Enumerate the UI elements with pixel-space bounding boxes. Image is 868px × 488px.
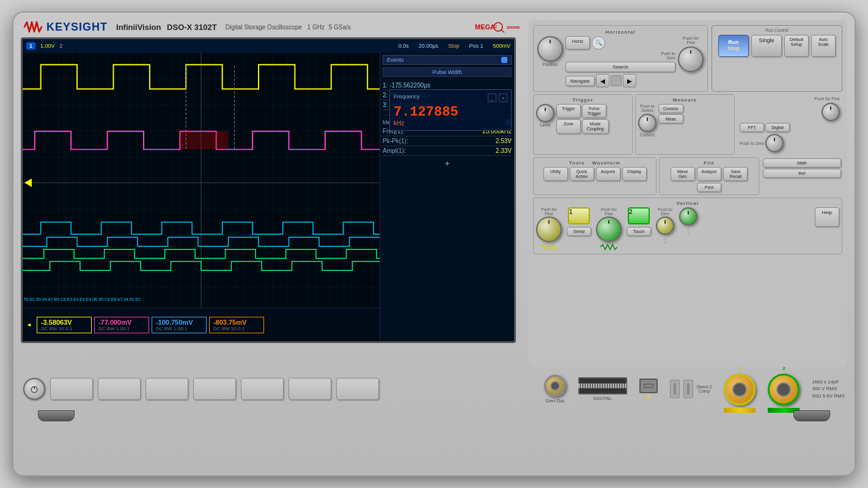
softkey-3[interactable] (145, 378, 188, 400)
ch1-info: DC BW 10.0:1 (41, 326, 87, 331)
save-recall-btn[interactable]: SaveRecall (723, 167, 748, 181)
pulse-width-btn[interactable]: Pulse Width (383, 67, 512, 77)
zoom-magnifier-icon[interactable]: 🔍 (592, 36, 605, 50)
ch4-measurement-box: -803.75mV DC BW 10.0:1 (209, 317, 264, 333)
wave-gen-btn[interactable]: WaveGen (671, 167, 695, 181)
ch3-voltage: -100.750mV (156, 319, 202, 326)
power-button[interactable] (23, 378, 45, 400)
fft-btn[interactable]: FFT (740, 123, 764, 132)
ch2-bnc-connector[interactable] (768, 374, 800, 405)
ch1-connector-group: 1 (724, 366, 756, 413)
zone-btn[interactable]: Zone (556, 119, 581, 133)
touch-btn[interactable]: Touch (627, 227, 651, 236)
trigger-level: 500mV (493, 43, 510, 49)
default-setup-btn[interactable]: DefaultSetup (784, 35, 809, 57)
horizontal-scale-knob[interactable] (678, 46, 704, 72)
math-btn[interactable]: Math (763, 158, 841, 168)
push-for-fine-v2: Push forFine (601, 207, 617, 216)
run-control-section: Run Control Run Stop Single DefaultSetup… (712, 25, 842, 92)
nav-left-btn[interactable]: ◀ (596, 74, 609, 87)
popup-min-btn[interactable]: _ (488, 94, 496, 102)
zoom-label: zoom (507, 24, 520, 30)
rubber-foot-right (793, 410, 830, 421)
time-div: 20.00µs (419, 43, 438, 49)
frequency-popup: Frequency _ × 7.127885 kHz (389, 89, 512, 131)
ch2-connector-group: 2 (768, 366, 800, 413)
digital-port (578, 377, 627, 394)
ch1-vertical-knob[interactable] (536, 216, 562, 242)
vertical-label: Vertical (536, 201, 839, 206)
freq-unit: kHz (394, 120, 507, 127)
svg-text:MEGA: MEGA (475, 23, 495, 31)
ch2-info: DC BW 1.00:1 (98, 326, 145, 331)
freq-popup-label: Frequency (394, 94, 420, 102)
channel-1-button[interactable]: 1 (568, 207, 590, 224)
trigger-btn[interactable]: Trigger (556, 104, 581, 118)
right-extra-btns: Math Ref (762, 157, 842, 195)
gen-out-bnc[interactable] (544, 375, 566, 397)
horiz-btn[interactable]: Horiz (565, 36, 590, 50)
digital-connector-group: DIGITAL (578, 377, 627, 401)
time-pos: 0.0s (399, 43, 409, 49)
ampl-meas-row: Ampl(1): 2.33V (383, 146, 512, 156)
add-measurement-btn[interactable]: + (383, 158, 512, 168)
softkey-7[interactable] (336, 378, 379, 400)
right-control-panel: Horizontal Position Horiz 🔍 (528, 20, 847, 368)
ch4-voltage: -803.75mV (213, 319, 260, 326)
horizontal-position-knob[interactable] (537, 36, 563, 62)
utility-btn[interactable]: Utility (543, 167, 568, 181)
mode-coupling-btn[interactable]: ModeCoupling (582, 119, 609, 133)
ch2-voltage: -77.000mV (98, 319, 145, 326)
softkey-6[interactable] (289, 378, 331, 400)
screen-statusbar: 1 1.00V 2 0.0s 20.00µs Stop Pos 1 500mV (23, 39, 514, 53)
cursors-knob[interactable] (638, 114, 657, 132)
tools-section: Tools Waveform Utility QuickAction Acqui… (533, 157, 657, 195)
brand-name-text: KEYSIGHT (46, 21, 108, 34)
svg-rect-21 (645, 385, 652, 387)
svg-line-2 (501, 30, 504, 32)
probe-comp-label: Demo 2Comp (697, 385, 712, 393)
waveform-label-text: Waveform (592, 160, 620, 166)
file-label: File (662, 160, 756, 166)
logo-wave-icon (23, 20, 43, 34)
display-btn[interactable]: Display (622, 167, 647, 181)
trigger-level-knob[interactable] (536, 104, 554, 122)
analyze-btn[interactable]: Analyze (697, 167, 722, 181)
quick-action-btn[interactable]: QuickAction (570, 167, 594, 181)
softkey-2[interactable] (98, 378, 141, 400)
cursors-btn[interactable]: Cursors (658, 104, 683, 113)
channel-2-button[interactable]: 2 (628, 207, 650, 224)
force-trigger-btn[interactable]: ForceTrigger (582, 104, 606, 118)
nav-right-btn[interactable]: ▶ (623, 74, 636, 87)
softkey-4[interactable] (193, 378, 236, 400)
oscilloscope-screen[interactable]: 1 1.00V 2 0.0s 20.00µs Stop Pos 1 500mV (21, 37, 516, 343)
grid-svg: 59 6C 80 94 A7 B9 C8 E3 E4 E6 E4 0E 05 C… (23, 53, 380, 313)
print-btn[interactable]: Print (697, 183, 721, 192)
probe-comp-group: Demo 2Comp (670, 380, 712, 398)
right-knob-1[interactable] (822, 103, 840, 121)
digital-btn[interactable]: Digital (765, 123, 790, 132)
nav-stop-btn[interactable] (611, 75, 622, 86)
ref-btn[interactable]: Ref (763, 169, 841, 178)
popup-close-btn[interactable]: × (499, 94, 507, 102)
help-btn[interactable]: Help (815, 207, 839, 227)
acquire-btn[interactable]: Acquire (596, 167, 620, 181)
softkey-1[interactable] (50, 378, 93, 400)
run-control-label: Run Control (715, 28, 839, 32)
auto-scale-btn[interactable]: AutoScale (811, 35, 836, 57)
run-stop-button[interactable]: Run Stop (718, 35, 749, 57)
single-button[interactable]: Single (751, 35, 782, 57)
softkey-5[interactable] (241, 378, 284, 400)
meas-btn[interactable]: Meas (658, 114, 683, 124)
search-btn[interactable]: Search (565, 62, 675, 72)
ch1-bnc-connector[interactable] (724, 374, 756, 405)
ch2-vertical-knob[interactable] (596, 216, 622, 242)
bottom-panel: Gen Out DIGITAL (13, 368, 855, 410)
ch2-position-knob[interactable] (679, 207, 697, 226)
push-for-fine-right: Push for Fine (740, 97, 840, 101)
serial-btn[interactable]: Serial (567, 227, 591, 236)
navigate-btn[interactable]: Navigate (565, 76, 595, 86)
right-knob-2[interactable] (765, 134, 784, 152)
ch1-indicator: 1 (26, 42, 35, 50)
ch1-position-knob[interactable] (656, 216, 674, 235)
